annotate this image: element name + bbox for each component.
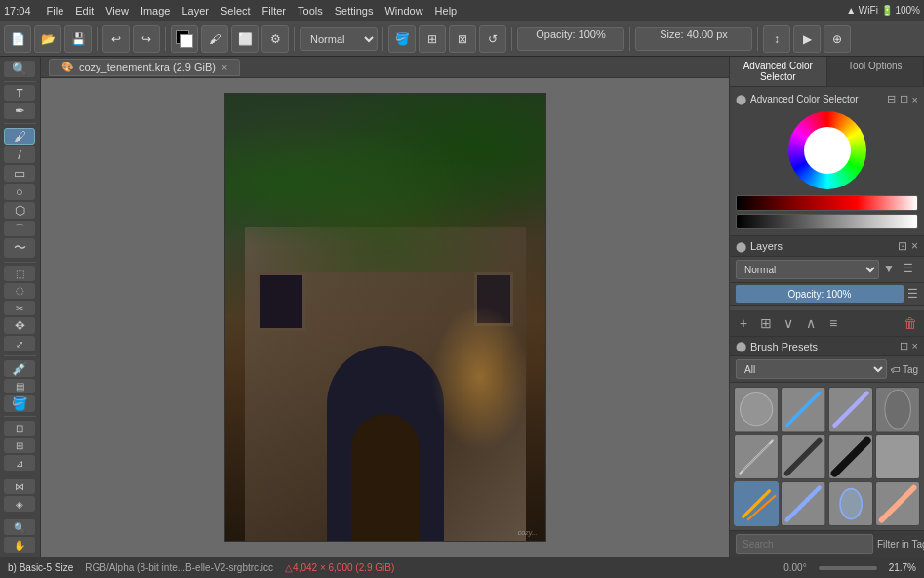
tool-select-ellipse[interactable]: ◌: [4, 283, 35, 299]
transform-button[interactable]: ⊞: [419, 25, 446, 53]
refresh-button[interactable]: ↺: [479, 25, 506, 53]
tool-guides[interactable]: ⊞: [4, 438, 35, 454]
brush-preview-10: [782, 482, 824, 525]
tool-line[interactable]: /: [4, 146, 35, 163]
bp-close-button[interactable]: ×: [912, 340, 918, 352]
color-selector-float-button[interactable]: ⊡: [900, 93, 908, 105]
tool-polygon[interactable]: ⬡: [4, 202, 35, 219]
bp-float-button[interactable]: ⊡: [900, 340, 908, 352]
brush-item-6[interactable]: [781, 434, 825, 479]
crop-button[interactable]: ⊕: [824, 25, 851, 53]
move-down-button[interactable]: ∨: [779, 313, 798, 333]
tool-perspective[interactable]: ⊿: [4, 455, 35, 471]
color-fg-bg[interactable]: [171, 25, 198, 53]
layer-properties-button[interactable]: ≡: [824, 313, 843, 333]
lightness-gradient-bar[interactable]: [736, 214, 918, 229]
tool-transform[interactable]: ⤢: [4, 336, 35, 351]
brush-search-input[interactable]: [736, 534, 873, 554]
tool-bezier[interactable]: ⌒: [4, 221, 35, 236]
layers-filter-button[interactable]: ▼: [883, 262, 899, 277]
new-file-button[interactable]: 📄: [4, 25, 31, 53]
brush-item-2[interactable]: [781, 387, 825, 432]
tab-advanced-color-selector[interactable]: Advanced Color Selector: [730, 57, 827, 86]
tool-move[interactable]: ✥: [4, 317, 35, 334]
tool-zoom-fit[interactable]: 🔍: [4, 519, 35, 535]
layers-float-button[interactable]: ⊡: [898, 239, 907, 253]
tool-smart-patch[interactable]: ◈: [4, 496, 35, 512]
brush-item-4[interactable]: [875, 387, 920, 432]
add-layer-button[interactable]: +: [734, 313, 753, 333]
move-up-button[interactable]: ∧: [801, 313, 821, 333]
undo-button[interactable]: ↩: [102, 25, 130, 53]
opacity-display[interactable]: Opacity: 100%: [517, 27, 624, 51]
brush-settings-button[interactable]: ⚙: [261, 25, 289, 53]
tool-freehand[interactable]: 〜: [4, 238, 35, 258]
mirror-h-button[interactable]: ↕: [763, 25, 790, 53]
brush-item-10[interactable]: [781, 481, 825, 526]
play-button[interactable]: ▶: [793, 25, 821, 53]
hue-gradient-bar[interactable]: [736, 195, 918, 211]
tool-text[interactable]: T: [4, 85, 35, 101]
tool-warp[interactable]: ⋈: [4, 479, 35, 495]
brush-item-5[interactable]: [734, 434, 779, 479]
filter-in-tag-label[interactable]: Filter in Tag: [877, 539, 924, 550]
tool-brush[interactable]: 🖌: [4, 128, 35, 144]
blend-mode-select[interactable]: Normal: [300, 27, 378, 51]
size-display[interactable]: Size: 40.00 px: [635, 27, 752, 51]
menu-select[interactable]: Select: [215, 3, 257, 19]
menu-help[interactable]: Help: [429, 3, 463, 19]
color-selector-expand-button[interactable]: ⊟: [887, 93, 896, 105]
brush-item-12[interactable]: [875, 481, 920, 526]
status-error-info: △4,042 × 6,000 (2.9 GiB): [285, 562, 394, 573]
menu-window[interactable]: Window: [379, 3, 428, 19]
tool-hand[interactable]: ✋: [4, 537, 35, 553]
menu-image[interactable]: Image: [135, 3, 177, 19]
layers-close-button[interactable]: ×: [911, 239, 918, 253]
brush-item-11[interactable]: [828, 481, 873, 526]
tool-pen[interactable]: ✒: [4, 103, 35, 119]
tool-gradient[interactable]: ▤: [4, 379, 35, 394]
eraser-button[interactable]: ⬜: [231, 25, 259, 53]
brush-item-3[interactable]: [828, 387, 873, 432]
tool-select-lasso[interactable]: ✂: [4, 301, 35, 316]
tool-ellipse[interactable]: ○: [4, 184, 35, 200]
tool-crop[interactable]: ⊡: [4, 421, 35, 436]
delete-layer-button[interactable]: 🗑: [901, 313, 920, 333]
color-selector-close-button[interactable]: ×: [912, 94, 918, 105]
color-wheel-selector[interactable]: [839, 135, 847, 143]
brush-filter-select[interactable]: All: [736, 359, 887, 379]
menu-edit[interactable]: Edit: [69, 3, 100, 19]
menu-tools[interactable]: Tools: [292, 3, 329, 19]
menu-layer[interactable]: Layer: [176, 3, 215, 19]
mirror-button[interactable]: ⊠: [449, 25, 476, 53]
layers-menu-button[interactable]: ☰: [903, 262, 918, 277]
tool-zoom[interactable]: 🔍: [4, 61, 35, 77]
tool-rect[interactable]: ▭: [4, 165, 35, 182]
tool-select-rect[interactable]: ⬚: [4, 266, 35, 281]
color-wheel[interactable]: [788, 111, 866, 189]
layers-opacity-menu-button[interactable]: ☰: [907, 287, 918, 301]
open-file-button[interactable]: 📂: [34, 25, 61, 53]
redo-button[interactable]: ↪: [133, 25, 160, 53]
menu-view[interactable]: View: [100, 3, 135, 19]
zoom-slider[interactable]: [819, 566, 877, 570]
tool-eyedropper[interactable]: 💉: [4, 360, 35, 377]
tool-fill[interactable]: 🪣: [4, 395, 35, 412]
layers-blend-mode-select[interactable]: Normal: [736, 260, 879, 279]
brush-item-8[interactable]: [875, 434, 920, 479]
save-file-button[interactable]: 💾: [64, 25, 92, 53]
opacity-bar[interactable]: Opacity: 100%: [736, 285, 904, 303]
brush-item-7[interactable]: [828, 434, 873, 479]
menu-settings[interactable]: Settings: [329, 3, 380, 19]
menu-filter[interactable]: Filter: [257, 3, 292, 19]
canvas-content[interactable]: cozy...: [41, 78, 729, 557]
fill-tool-button[interactable]: 🪣: [388, 25, 416, 53]
brush-item-9[interactable]: [734, 481, 779, 526]
brush-preset-button[interactable]: 🖌: [201, 25, 228, 53]
tab-tool-options[interactable]: Tool Options: [827, 57, 925, 86]
canvas-tab-item[interactable]: 🎨 cozy_tenement.kra (2.9 GiB) ×: [49, 59, 240, 76]
add-group-button[interactable]: ⊞: [756, 313, 776, 333]
canvas-close-button[interactable]: ×: [221, 62, 227, 73]
brush-item-1[interactable]: [734, 387, 779, 432]
menu-file[interactable]: File: [41, 3, 70, 19]
